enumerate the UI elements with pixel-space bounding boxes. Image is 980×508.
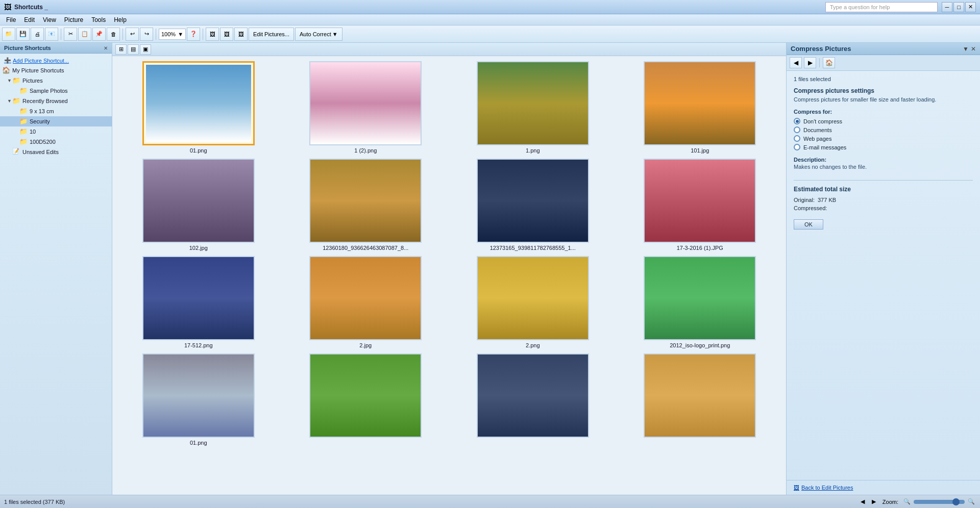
tb-new-button[interactable]: 📁 — [2, 28, 15, 41]
image-frame[interactable] — [309, 256, 422, 340]
radio-web-pages[interactable]: Web pages — [794, 135, 973, 142]
menu-picture[interactable]: Picture — [60, 15, 87, 24]
sidebar-item-my-shortcuts[interactable]: 🏠 My Picture Shortcuts — [0, 65, 112, 75]
sidebar-item-100d5200[interactable]: 📁 100D5200 — [0, 137, 112, 147]
image-tile[interactable] — [452, 353, 614, 446]
sidebar-item-label: 100D5200 — [30, 139, 56, 145]
image-frame[interactable] — [644, 256, 756, 340]
radio-documents[interactable]: Documents — [794, 126, 973, 133]
ok-button[interactable]: OK — [794, 219, 823, 230]
zoom-in-button[interactable]: 🔍 — [967, 497, 976, 506]
tb-cut-button[interactable]: ✂ — [64, 28, 77, 41]
image-tile[interactable]: 1 (2).png — [285, 61, 447, 154]
menu-view[interactable]: View — [39, 15, 60, 24]
zoom-controls: ◀ ▶ Zoom: 🔍 🔍 — [858, 497, 976, 506]
image-tile[interactable]: 2012_iso-logo_print.png — [619, 256, 781, 348]
image-tile[interactable] — [285, 353, 447, 446]
image-label: 17-3-2016 (1).JPG — [677, 245, 723, 251]
menu-file[interactable]: File — [2, 15, 20, 24]
sidebar-close-button[interactable]: ✕ — [104, 45, 108, 51]
menu-help[interactable]: Help — [110, 15, 131, 24]
sidebar-item-unsaved-edits[interactable]: 📝 Unsaved Edits — [0, 147, 112, 157]
tb-img2-button[interactable]: 🖼 — [220, 28, 233, 41]
image-frame[interactable] — [644, 61, 756, 145]
tb-zoom-help-button[interactable]: ❓ — [187, 28, 200, 41]
image-tile[interactable]: 101.jpg — [619, 61, 781, 154]
panel-home-button[interactable]: 🏠 — [823, 57, 835, 68]
help-search-box[interactable]: Type a question for help — [825, 2, 938, 12]
tb-save-button[interactable]: 💾 — [16, 28, 30, 41]
image-frame[interactable] — [477, 353, 589, 438]
image-area[interactable]: ⊞ ▤ ▣ 01.png 1 (2).png 1 — [112, 43, 786, 495]
image-tile[interactable]: 17-512.png — [117, 256, 280, 348]
image-tile[interactable]: 01.png — [117, 61, 280, 154]
close-button[interactable]: ✕ — [965, 2, 976, 12]
tb-paste-button[interactable]: 📌 — [92, 28, 106, 41]
zoom-thumb[interactable] — [952, 498, 960, 505]
image-frame[interactable] — [142, 353, 255, 438]
image-preview — [143, 160, 254, 242]
menu-edit[interactable]: Edit — [20, 15, 39, 24]
image-tile[interactable]: 01.png — [117, 353, 280, 446]
image-frame[interactable] — [142, 159, 255, 243]
image-tile[interactable]: 2.png — [452, 256, 614, 348]
view-thumbnails-button[interactable]: ⊞ — [115, 44, 127, 55]
auto-correct-button[interactable]: Auto Correct ▼ — [295, 28, 342, 41]
menu-tools[interactable]: Tools — [87, 15, 110, 24]
zoom-slider[interactable] — [914, 500, 965, 504]
zoom-dropdown[interactable]: 100% ▼ — [159, 29, 186, 40]
tb-print-button[interactable]: 🖨 — [31, 28, 44, 41]
edit-pictures-button[interactable]: Edit Pictures... — [249, 28, 294, 41]
tb-img1-button[interactable]: 🖼 — [206, 28, 219, 41]
sidebar-item-recently-browsed[interactable]: ▼ 📁 Recently Browsed — [0, 96, 112, 106]
view-filmstrip-button[interactable]: ▤ — [128, 44, 139, 55]
tb-copy-button[interactable]: 📋 — [78, 28, 91, 41]
image-frame[interactable] — [142, 61, 255, 145]
image-tile[interactable] — [619, 353, 781, 446]
image-tile[interactable]: 17-3-2016 (1).JPG — [619, 159, 781, 251]
image-frame[interactable] — [309, 61, 422, 145]
sidebar-item-pictures[interactable]: ▼ 📁 Pictures — [0, 75, 112, 86]
sidebar-item-security[interactable]: 📁 Security — [0, 116, 112, 126]
app-icon: 🖼 — [4, 3, 11, 11]
add-shortcut-link[interactable]: ➕ Add Picture Shortcut... — [0, 56, 112, 65]
zoom-nav-left[interactable]: ◀ — [858, 497, 867, 506]
panel-dropdown-button[interactable]: ▼ — [963, 45, 969, 53]
radio-email[interactable]: E-mail messages — [794, 144, 973, 150]
view-single-button[interactable]: ▣ — [140, 44, 151, 55]
image-tile[interactable]: 12360180_936626463087087_8... — [285, 159, 447, 251]
image-tile[interactable]: 102.jpg — [117, 159, 280, 251]
image-tile[interactable]: 12373165_939811782768555_1... — [452, 159, 614, 251]
image-frame[interactable] — [309, 353, 422, 438]
image-frame[interactable] — [309, 159, 422, 243]
tb-undo-button[interactable]: ↩ — [126, 28, 139, 41]
panel-close-button[interactable]: ✕ — [971, 45, 976, 53]
image-frame[interactable] — [477, 61, 589, 145]
folder-icon: 📁 — [19, 138, 28, 146]
image-frame[interactable] — [142, 256, 255, 340]
image-frame[interactable] — [477, 159, 589, 243]
sidebar-item-10[interactable]: 📁 10 — [0, 126, 112, 137]
original-label: Original: — [794, 197, 815, 203]
sidebar-item-sample-photos[interactable]: 📁 Sample Photos — [0, 86, 112, 96]
tb-img3-button[interactable]: 🖼 — [234, 28, 248, 41]
minimize-button[interactable]: ─ — [942, 2, 952, 12]
tb-redo-button[interactable]: ↪ — [140, 28, 153, 41]
image-frame[interactable] — [644, 353, 756, 438]
panel-back-button[interactable]: ◀ — [790, 57, 802, 68]
image-tile[interactable]: 2.jpg — [285, 256, 447, 348]
back-to-edit-button[interactable]: 🖼 Back to Edit Pictures — [787, 480, 980, 495]
tb-email-button[interactable]: 📧 — [45, 28, 58, 41]
image-tile[interactable]: 1.png — [452, 61, 614, 154]
expand-icon: ▼ — [7, 78, 12, 83]
maximize-button[interactable]: □ — [953, 2, 964, 12]
image-frame[interactable] — [644, 159, 756, 243]
zoom-out-button[interactable]: 🔍 — [902, 497, 912, 506]
radio-dont-compress[interactable]: Don't compress — [794, 118, 973, 124]
panel-forward-button[interactable]: ▶ — [804, 57, 816, 68]
compress-for-label: Compress for: — [794, 109, 973, 115]
image-frame[interactable] — [477, 256, 589, 340]
zoom-nav-right[interactable]: ▶ — [869, 497, 878, 506]
tb-delete-button[interactable]: 🗑 — [107, 28, 120, 41]
sidebar-item-9x13[interactable]: 📁 9 x 13 cm — [0, 106, 112, 116]
